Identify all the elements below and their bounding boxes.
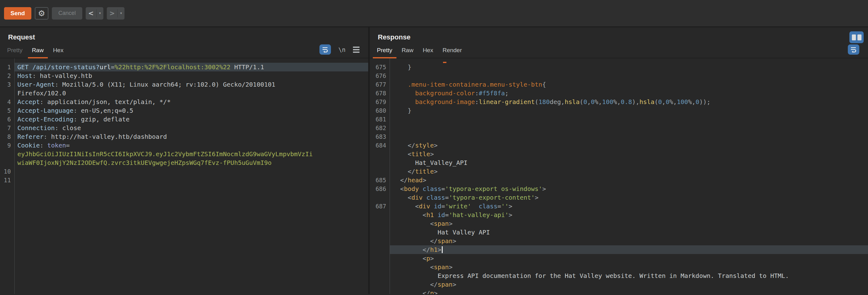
line-number — [370, 219, 390, 228]
request-settings-button[interactable]: ⚙ — [35, 7, 49, 20]
line-number: 9 — [0, 141, 14, 150]
repeater-toolbar: Send ⚙ Cancel < ▾ > ▾ — [0, 0, 868, 27]
code-line[interactable]: 4Accept: application/json, text/plain, *… — [0, 97, 368, 106]
line-number — [370, 158, 390, 167]
back-dropdown-icon[interactable]: ▾ — [97, 11, 103, 15]
response-editor[interactable]: 675 }676677 .menu-item-containera.menu-s… — [370, 58, 868, 294]
code-line[interactable]: </span> — [370, 280, 868, 289]
code-line[interactable]: Firefox/102.0 — [0, 89, 368, 97]
line-number — [370, 254, 390, 263]
code-line[interactable]: 680 } — [370, 106, 868, 115]
response-tab-hex[interactable]: Hex — [418, 47, 438, 58]
text-cursor — [442, 246, 443, 253]
cancel-button[interactable]: Cancel — [52, 7, 82, 20]
code-line[interactable]: 677 .menu-item-containera.menu-style-btn… — [370, 80, 868, 89]
request-tab-hex[interactable]: Hex — [49, 47, 68, 58]
code-line[interactable]: 679 background-image:linear-gradient(180… — [370, 97, 868, 106]
request-tab-raw[interactable]: Raw — [27, 47, 49, 58]
request-header: Request — [0, 27, 368, 44]
code-line[interactable]: 675 } — [370, 63, 868, 71]
code-line[interactable]: 10 — [0, 167, 368, 176]
line-number: 676 — [370, 71, 390, 80]
code-line[interactable]: 685 </head> — [370, 176, 868, 184]
code-line[interactable]: 11 — [0, 176, 368, 184]
line-number: 687 — [370, 202, 390, 210]
line-number: 678 — [370, 89, 390, 97]
line-number — [370, 271, 390, 280]
line-number — [370, 150, 390, 158]
columns-icon — [852, 34, 856, 40]
response-tab-bar: PrettyRawHexRender — [370, 44, 868, 58]
line-number: 8 — [0, 132, 14, 141]
line-number: 681 — [370, 115, 390, 124]
request-tab-bar: PrettyRawHex \n — [0, 44, 368, 58]
line-number — [370, 228, 390, 237]
line-number: 683 — [370, 132, 390, 141]
line-number: 677 — [370, 80, 390, 89]
code-line[interactable]: 9Cookie: token= — [0, 141, 368, 150]
code-line[interactable]: 676 — [370, 71, 868, 80]
request-title: Request — [8, 33, 35, 41]
line-number: 675 — [370, 63, 390, 71]
code-line[interactable]: 686 <body class='typora-export os-window… — [370, 184, 868, 193]
code-line[interactable]: <p> — [370, 254, 868, 263]
code-line[interactable]: 1GET /api/store-status?url=%22http:%2F%2… — [0, 63, 368, 71]
code-line[interactable]: </p> — [370, 289, 868, 294]
code-line[interactable]: 681 — [370, 115, 868, 124]
code-line[interactable]: eyJhbGciOiJIUzI1NiIsInR5cCI6IkpXVCJ9.eyJ… — [0, 150, 368, 158]
code-line[interactable]: Hat Valley API — [370, 228, 868, 237]
code-line[interactable]: <span> — [370, 219, 868, 228]
columns-icon — [858, 34, 862, 40]
layout-columns-button[interactable] — [849, 31, 864, 43]
request-tabs: PrettyRawHex — [2, 47, 68, 58]
line-number: 1 — [0, 63, 14, 71]
send-button[interactable]: Send — [4, 7, 31, 20]
code-line[interactable]: 5Accept-Language: en-US,en;q=0.5 — [0, 106, 368, 115]
code-line[interactable]: <h1 id='hat-valley-api'> — [370, 210, 868, 219]
gutter-divider — [390, 58, 390, 294]
response-tab-render[interactable]: Render — [438, 47, 466, 58]
code-line[interactable]: Express API documentation for the Hat Va… — [370, 271, 868, 280]
line-number — [0, 89, 14, 97]
code-line[interactable]: 8Referer: http://hat-valley.htb/dashboar… — [0, 132, 368, 141]
back-button[interactable]: < ▾ — [86, 7, 103, 20]
code-line[interactable]: <span> — [370, 263, 868, 271]
code-line[interactable]: <title> — [370, 150, 868, 158]
editor-menu-icon[interactable] — [353, 47, 360, 53]
request-editor[interactable]: 1GET /api/store-status?url=%22http:%2F%2… — [0, 58, 368, 294]
code-line[interactable]: 2Host: hat-valley.htb — [0, 71, 368, 80]
word-wrap-toggle[interactable] — [848, 45, 859, 55]
line-number — [370, 263, 390, 271]
code-line[interactable]: 684 </style> — [370, 141, 868, 150]
response-panel: Response PrettyRawHexRender 675 — [370, 27, 868, 294]
response-tab-raw[interactable]: Raw — [397, 47, 418, 58]
line-number: 684 — [370, 141, 390, 150]
code-line[interactable]: 6Accept-Encoding: gzip, deflate — [0, 115, 368, 124]
code-line[interactable]: </title> — [370, 167, 868, 176]
message-editor-split: Request PrettyRawHex \n 1GET /api — [0, 27, 868, 294]
code-line[interactable]: 7Connection: close — [0, 124, 368, 132]
code-line[interactable]: 678 background-color:#f5f8fa; — [370, 89, 868, 97]
line-number — [370, 193, 390, 202]
line-number: 680 — [370, 106, 390, 115]
code-line[interactable]: <div class='typora-export-content'> — [370, 193, 868, 202]
line-number — [370, 289, 390, 294]
code-line[interactable]: wiaWF0IjoxNjY2NzI2ODEwfQ.zvrc3itkUEVgwge… — [0, 158, 368, 167]
line-number: 686 — [370, 184, 390, 193]
code-line[interactable]: 683 — [370, 132, 868, 141]
request-panel: Request PrettyRawHex \n 1GET /api — [0, 27, 368, 294]
line-number: 10 — [0, 167, 14, 176]
forward-button[interactable]: > ▾ — [107, 7, 124, 20]
line-number — [0, 150, 14, 158]
line-number — [370, 245, 390, 254]
forward-dropdown-icon[interactable]: ▾ — [118, 11, 124, 15]
code-line[interactable]: </h1> — [370, 245, 868, 254]
code-line[interactable]: </span> — [370, 237, 868, 245]
response-tab-pretty[interactable]: Pretty — [372, 47, 397, 58]
show-newlines-toggle[interactable]: \n — [338, 46, 345, 53]
code-line[interactable]: 3User-Agent: Mozilla/5.0 (X11; Linux aar… — [0, 80, 368, 89]
word-wrap-toggle[interactable] — [319, 45, 331, 55]
code-line[interactable]: Hat_Valley_API — [370, 158, 868, 167]
code-line[interactable]: 682 — [370, 124, 868, 132]
code-line[interactable]: 687 <div id='write' class=''> — [370, 202, 868, 210]
